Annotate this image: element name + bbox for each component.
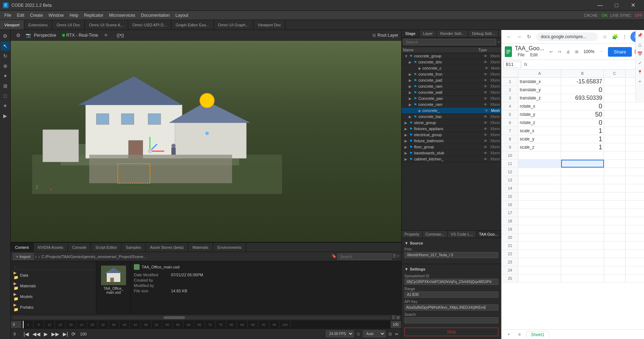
cell-a9[interactable]: scale_z (518, 143, 561, 151)
col-header-a[interactable]: A (518, 70, 561, 77)
tree-item-concrete-selected[interactable]: ◆ concrete_ 👁 Mesh (402, 108, 501, 114)
stage-search-input[interactable] (403, 39, 496, 45)
import-button[interactable]: + Import (13, 253, 34, 260)
vis-icon[interactable]: 👁 (484, 127, 487, 131)
cell-b4[interactable]: 0 (561, 102, 604, 110)
tab-omni-ui-doc[interactable]: Omni::UI Doc (52, 20, 85, 30)
cell-b21[interactable] (561, 242, 604, 250)
sheets-undo-btn[interactable]: ↩ (547, 48, 555, 56)
maximize-button[interactable]: □ (608, 0, 625, 11)
cell-reference-input[interactable] (503, 61, 521, 68)
formula-input[interactable] (530, 61, 633, 68)
timeline-track[interactable]: 4 8 12 16 20 24 28 32 36 40 44 48 52 56 … (23, 321, 389, 329)
menu-layout[interactable]: Layout (173, 12, 191, 19)
scroll-track[interactable] (12, 316, 390, 319)
cell-b23[interactable] (561, 258, 604, 266)
tab-debug-settings[interactable]: Debug Sett... (468, 30, 499, 37)
cell-a22[interactable] (518, 250, 561, 258)
vis-icon[interactable]: 👁 (485, 66, 488, 70)
cell-b14[interactable] (561, 184, 604, 192)
cell-a2[interactable]: translate_y (518, 86, 561, 94)
cell-b7[interactable]: 1 (561, 127, 604, 135)
tab-asset-stores[interactable]: Asset Stores (beta) (146, 243, 188, 252)
sheets-format-btn[interactable]: ⊞ (573, 48, 580, 56)
tree-item-concrete-pad[interactable]: ▶ ⚑ concrete_pad 👁 Xform (402, 77, 501, 83)
tool-expand[interactable]: ▶ (1, 111, 10, 120)
scroll-thumb[interactable] (163, 316, 185, 319)
cell-a5[interactable]: rotate_y (518, 111, 561, 118)
tab-render-settings[interactable]: Render Sett... (437, 30, 468, 37)
cell-c12[interactable] (604, 168, 625, 176)
tool-transform[interactable]: ✦ (1, 71, 10, 81)
tree-item-concrete-fron[interactable]: ▶ ⚑ concrete_fron 👁 Xform (402, 71, 501, 77)
back-button[interactable]: ‹ (35, 254, 37, 260)
tab-graph-editor[interactable]: Graph Editor Exa... (171, 20, 214, 30)
cell-b8[interactable]: 1 (561, 135, 604, 143)
sheet-list-button[interactable]: ≡ (515, 330, 523, 338)
eye-icon[interactable]: 👁 (104, 33, 108, 38)
tab-console[interactable]: Console (68, 243, 91, 252)
folder-materials[interactable]: ▶ 📁 Materials (11, 281, 96, 291)
minimize-button[interactable]: — (592, 0, 608, 11)
cell-a24[interactable] (518, 266, 561, 274)
tab-taa-google[interactable]: TAA Goo... (476, 231, 501, 238)
tree-item-concrete-c-mesh[interactable]: ◆ concrete_c 👁 Mesh (402, 65, 501, 71)
cell-c20[interactable] (604, 233, 625, 241)
tree-item-fixture-bathroom[interactable]: ▶ ⚑ fixture_bathroom 👁 Xform (402, 138, 501, 144)
settings-section-header[interactable]: ▼ Settings (404, 267, 498, 271)
tab-omni-usd-api[interactable]: Omni::USD API D... (128, 20, 171, 30)
more-options-icon[interactable]: ⋮ (620, 32, 629, 41)
vis-icon[interactable]: 👁 (484, 157, 487, 161)
extensions-icon[interactable]: 🧩 (610, 32, 619, 41)
content-menu-icon[interactable]: ☰ (392, 253, 396, 260)
drive-icon[interactable]: △ (636, 41, 644, 48)
vis-icon[interactable]: 👁 (484, 145, 487, 149)
content-filter-icon[interactable]: ▿ (397, 253, 399, 260)
auto-selector[interactable]: Auto Manual (363, 330, 386, 337)
tree-item-concrete-wall[interactable]: ▶ ⚑ concrete_wall 👁 Xform (402, 89, 501, 96)
vis-icon[interactable]: 👁 (484, 78, 487, 82)
stop-button[interactable]: Stop (404, 328, 498, 336)
go-start-button[interactable]: |◀ (22, 330, 30, 338)
cell-a13[interactable] (518, 176, 561, 184)
folder-models[interactable]: ▶ 📁 Models (11, 291, 96, 302)
tool-select[interactable]: ⚙ (1, 31, 10, 41)
folder-prefabs[interactable]: ▶ 📁 Prefabs (11, 302, 96, 313)
tab-viewport[interactable]: Viewport (0, 20, 24, 30)
cell-c25[interactable] (604, 274, 625, 282)
cell-b12[interactable] (561, 168, 604, 176)
cell-a14[interactable] (518, 184, 561, 192)
calendar-icon[interactable]: 📅 (636, 50, 644, 58)
cell-c13[interactable] (604, 176, 625, 184)
cell-c14[interactable] (604, 184, 625, 192)
cell-c4[interactable] (604, 102, 625, 110)
cell-a11[interactable] (518, 160, 561, 168)
go-end-button[interactable]: ▶| (61, 330, 70, 338)
viewport-3d[interactable]: Z x (11, 41, 401, 242)
cell-b20[interactable] (561, 233, 604, 241)
cell-b22[interactable] (561, 250, 604, 258)
cell-c2[interactable] (604, 86, 625, 94)
sheet-tab-sheet1[interactable]: Sheet1 (526, 331, 549, 338)
browser-url-bar[interactable]: docs.google.com/spre... (536, 32, 598, 41)
viewport-settings-icon[interactable]: ⚙ (14, 31, 23, 40)
folder-data[interactable]: ▶ 📁 Data (11, 270, 96, 281)
keep-icon[interactable]: 📌 (636, 31, 644, 39)
menu-edit[interactable]: Edit (14, 12, 27, 19)
tab-extensions[interactable]: Extensions (24, 20, 52, 30)
tab-property[interactable]: Property (402, 231, 423, 238)
play-button[interactable]: ▶ (42, 330, 49, 338)
cell-c18[interactable] (604, 217, 625, 225)
cell-b11[interactable] (561, 160, 604, 168)
stabilize-icon[interactable]: ⊙ (357, 332, 360, 337)
vis-icon[interactable]: 👁 (484, 72, 487, 76)
tree-item-fixtures-applianc[interactable]: ▶ ⚑ fixtures_applianc 👁 Xform (402, 126, 501, 132)
cell-c8[interactable] (604, 135, 625, 143)
cell-a15[interactable] (518, 192, 561, 200)
tab-environments[interactable]: Environments (213, 243, 246, 252)
viewport-audio-btn[interactable]: ((•)) (117, 33, 124, 38)
browser-back-button[interactable]: ← (505, 32, 513, 41)
plus-icon[interactable]: + (636, 78, 644, 86)
forward-button[interactable]: › (38, 254, 40, 260)
cell-b13[interactable] (561, 176, 604, 184)
